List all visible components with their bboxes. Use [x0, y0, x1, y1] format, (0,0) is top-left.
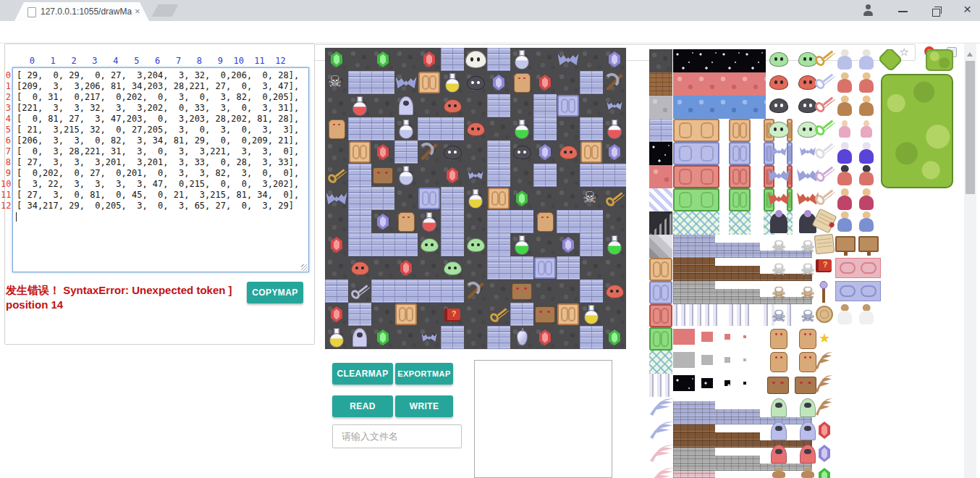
map-tile[interactable]	[464, 164, 487, 187]
map-tile[interactable]	[464, 187, 487, 210]
palette-tile-pillars[interactable]	[649, 374, 672, 397]
profile-icon[interactable]	[861, 4, 874, 17]
map-tile[interactable]	[371, 94, 394, 117]
map-tile[interactable]	[487, 141, 510, 164]
map-tile[interactable]	[325, 326, 348, 349]
palette-tile-face[interactable]	[795, 377, 816, 394]
palette-tile-wall[interactable]	[673, 274, 812, 281]
map-tile[interactable]	[371, 117, 394, 141]
palette-tile-gem[interactable]	[819, 468, 830, 478]
palette-tile-golem[interactable]	[770, 352, 787, 372]
palette-tile-ghost[interactable]	[800, 398, 816, 417]
map-tile[interactable]	[371, 48, 394, 71]
map-tile[interactable]	[418, 256, 441, 280]
map-tile[interactable]	[533, 48, 557, 71]
palette-tile-golem[interactable]	[770, 329, 787, 349]
map-tile[interactable]	[441, 117, 464, 141]
palette-tile-key[interactable]	[812, 138, 836, 161]
palette-tile-wing[interactable]	[650, 445, 675, 462]
palette-tile-wing[interactable]	[650, 398, 675, 416]
map-tile[interactable]	[603, 71, 626, 94]
palette-tile-brickT[interactable]	[649, 119, 672, 142]
palette-tile-door[interactable]	[649, 281, 672, 304]
map-tile[interactable]	[394, 71, 418, 94]
palette-tile-wall[interactable]	[673, 281, 715, 289]
palette-tile-char[interactable]	[771, 468, 787, 478]
map-tile[interactable]	[580, 117, 603, 141]
map-tile[interactable]	[487, 71, 510, 94]
map-tile[interactable]	[464, 256, 487, 280]
palette-tile-wing[interactable]	[816, 398, 833, 416]
map-tile[interactable]	[394, 280, 418, 303]
map-tile[interactable]	[348, 141, 371, 164]
map-tile[interactable]	[441, 326, 464, 349]
palette-tile-cwall[interactable]	[835, 281, 881, 301]
map-tile[interactable]	[557, 303, 580, 326]
map-tile[interactable]	[510, 210, 533, 233]
palette-tile-blob[interactable]	[769, 75, 788, 90]
palette-tile-wall[interactable]	[673, 417, 812, 424]
map-tile[interactable]	[441, 303, 464, 326]
map-tile[interactable]	[394, 187, 418, 210]
map-tile[interactable]	[394, 94, 418, 117]
map-tile[interactable]	[441, 71, 464, 94]
palette-tile-rcloud[interactable]	[649, 165, 672, 188]
map-tile[interactable]	[418, 187, 441, 210]
palette-tile-door[interactable]	[649, 258, 672, 281]
map-tile[interactable]	[418, 117, 441, 141]
palette-tile-golem[interactable]	[799, 329, 816, 349]
palette-tile-bushS[interactable]	[926, 49, 953, 71]
palette-tile-wall[interactable]	[673, 258, 715, 266]
minimize-button[interactable]	[898, 11, 908, 12]
map-tile[interactable]	[371, 326, 394, 349]
map-tile[interactable]	[325, 187, 348, 210]
palette-tile-starT[interactable]	[743, 382, 746, 385]
map-tile[interactable]	[348, 48, 371, 71]
map-tile[interactable]	[348, 71, 371, 94]
palette-tile-ghost[interactable]	[771, 398, 787, 417]
page-scrollbar[interactable]	[964, 43, 976, 478]
map-tile[interactable]	[418, 233, 441, 256]
map-tile[interactable]	[371, 141, 394, 164]
palette-tile-vamp[interactable]	[770, 213, 787, 233]
palette-tile-book[interactable]	[816, 259, 832, 271]
map-tile[interactable]	[533, 233, 557, 256]
palette-tile-door[interactable]	[729, 142, 751, 165]
map-tile[interactable]	[533, 117, 557, 141]
palette-tile-char[interactable]	[838, 120, 851, 138]
palette-tile-char[interactable]	[858, 96, 875, 116]
map-tile[interactable]	[394, 48, 418, 71]
palette-tile-sq[interactable]	[743, 335, 746, 338]
new-tab-button[interactable]	[151, 4, 178, 17]
palette-tile-sq[interactable]	[725, 357, 730, 363]
palette-tile-wall[interactable]	[673, 464, 812, 471]
palette-tile-pillars[interactable]	[729, 304, 751, 326]
map-tile[interactable]	[441, 233, 464, 256]
map-tile[interactable]	[348, 256, 371, 280]
palette-tile-ghost[interactable]	[771, 445, 787, 464]
palette-tile-skel[interactable]	[770, 236, 787, 256]
map-tile[interactable]	[441, 164, 464, 187]
map-tile[interactable]	[325, 94, 348, 117]
palette-tile-sq[interactable]	[743, 358, 746, 361]
palette-tile-stairs[interactable]	[649, 235, 672, 258]
map-tile[interactable]	[464, 280, 487, 303]
map-tile[interactable]	[487, 210, 510, 233]
map-tile[interactable]	[464, 303, 487, 326]
map-tile[interactable]	[580, 326, 603, 349]
map-tile[interactable]	[418, 210, 441, 233]
palette-tile-blob[interactable]	[769, 98, 788, 113]
palette-tile-gem[interactable]	[819, 445, 830, 462]
tileset-palette[interactable]	[649, 49, 954, 478]
copymap-button[interactable]: COPYMAP	[247, 282, 303, 303]
scrollbar-thumb[interactable]	[966, 61, 975, 194]
map-tile[interactable]	[557, 210, 580, 233]
map-tile[interactable]	[557, 233, 580, 256]
palette-tile-char[interactable]	[858, 165, 875, 185]
map-tile[interactable]	[580, 164, 603, 187]
map-tile[interactable]	[464, 233, 487, 256]
map-tile[interactable]	[510, 117, 533, 141]
palette-tile-starT[interactable]	[701, 378, 713, 388]
palette-tile-char[interactable]	[800, 468, 816, 478]
palette-tile-blob[interactable]	[769, 122, 789, 138]
